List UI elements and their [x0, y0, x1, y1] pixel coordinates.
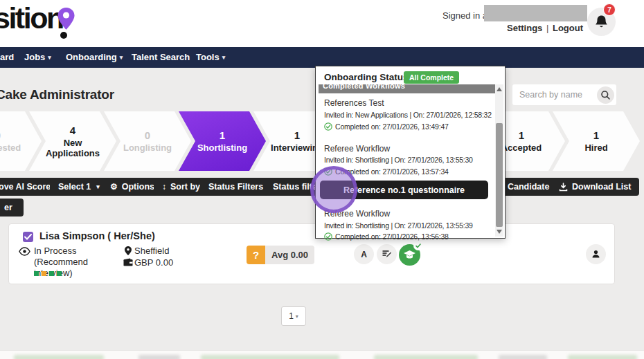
stage-count: 0 — [0, 129, 1, 141]
button-label: Download List — [572, 182, 631, 192]
nav-item-jobs[interactable]: Jobs▾ — [24, 47, 51, 68]
app-logo[interactable]: sition — [0, 0, 90, 44]
check-icon — [415, 243, 421, 248]
initial-badge[interactable]: A — [354, 244, 374, 264]
graduation-cap-icon — [403, 250, 416, 260]
workflow-name: References Test — [324, 98, 384, 108]
eye-icon[interactable] — [19, 247, 30, 256]
caret-down-icon: ▾ — [120, 54, 123, 61]
progress-square — [42, 271, 46, 276]
button-label: Status Filters — [208, 182, 263, 192]
nav-label: Jobs — [24, 52, 45, 62]
completed-label: Completed on: 27/01/2026, 13:57:34 — [335, 167, 449, 176]
sort-icon: ↕ — [162, 183, 166, 191]
popup-scrollbar[interactable] — [495, 84, 503, 237]
download-icon — [559, 183, 568, 192]
pipeline-stage-new-applications[interactable]: 4 New Applications — [29, 111, 116, 171]
completed-check-badge — [413, 241, 423, 250]
workflow-invited: Invited in: New Applications | On: 27/01… — [324, 111, 492, 119]
nav-label: Onboarding — [66, 52, 117, 62]
pipeline-stage-hired[interactable]: 1 Hired — [553, 111, 640, 171]
download-list-button[interactable]: Download List — [551, 178, 639, 196]
average-score: Avg 0.00 — [265, 246, 314, 264]
workflow-completed: Completed on: 27/01/2026, 13:49:47 — [324, 122, 449, 131]
candidate-checkbox[interactable] — [23, 232, 33, 242]
logo-dot — [60, 32, 67, 39]
caret-down-icon: ▾ — [48, 54, 51, 61]
logout-link[interactable]: Logout — [553, 23, 583, 33]
search-icon — [600, 90, 611, 100]
blurred-content — [138, 355, 180, 359]
search-box — [512, 84, 616, 105]
current-page: 1 — [289, 311, 294, 321]
nav-label: Talent Search — [132, 52, 190, 62]
candidate-name[interactable]: Lisa Simpson ( Her/She) — [39, 230, 155, 241]
pipeline-stage-longlisting[interactable]: 0 Longlisting — [104, 111, 191, 171]
workflow-invited: Invited in: Shortlisting | On: 27/01/202… — [324, 221, 473, 230]
candidate-profile-button[interactable] — [586, 244, 606, 264]
stage-count: 4 — [70, 125, 75, 136]
page-title: Cake Administrator — [0, 87, 114, 102]
button-label: Select 1 — [58, 182, 91, 192]
links-divider: | — [545, 23, 550, 33]
check-circle-icon — [324, 122, 332, 131]
workflow-name: Referee Workflow — [324, 209, 390, 219]
settings-link[interactable]: Settings — [507, 23, 542, 33]
candidate-status: In Process (Recommend interview) — [34, 246, 121, 279]
workflow-completed: Completed on: 27/01/2026, 13:57:34 — [324, 167, 449, 176]
candidate-salary: GBP 0.00 — [134, 257, 173, 268]
button-label: ove AI Score — [0, 182, 51, 192]
blurred-content — [14, 355, 104, 359]
completed-label: Completed on: 27/01/2026, 13:56:38 — [335, 232, 449, 241]
edit-notes-button[interactable] — [377, 244, 397, 264]
pipeline-stage-shortlisting[interactable]: 1 Shortlisting — [179, 111, 266, 171]
score-question-badge: ? — [247, 246, 265, 264]
button-label: Candidate — [508, 182, 549, 192]
select-button[interactable]: Select 1 ▾ — [50, 178, 108, 196]
stage-label: Longlisting — [114, 142, 181, 153]
notification-badge: 7 — [603, 3, 616, 16]
stage-count: 0 — [145, 129, 150, 141]
progress-square — [49, 271, 54, 276]
blurred-content — [568, 355, 637, 359]
check-circle-icon — [324, 167, 332, 176]
notifications-button[interactable]: 7 — [587, 8, 616, 36]
scrollbar-thumb[interactable] — [496, 123, 503, 227]
scroll-up-icon[interactable] — [497, 87, 502, 91]
scroll-down-icon[interactable] — [497, 230, 502, 234]
stage-label: Shortlisting — [189, 142, 256, 153]
bell-icon — [595, 15, 608, 29]
person-icon — [591, 249, 601, 259]
caret-down-icon: ▾ — [222, 54, 226, 61]
top-header: sition Signed in as Settings | Logout 7 — [0, 0, 644, 47]
logo-text: sition — [0, 1, 63, 35]
nav-item-talent-search[interactable]: Talent Search — [132, 47, 190, 68]
button-label: er — [4, 203, 12, 212]
nav-label: Tools — [196, 52, 220, 62]
section-header-label: Completed Workflows — [319, 84, 495, 90]
nav-item-dashboard[interactable]: ard — [0, 47, 14, 68]
background-window-sliver — [0, 350, 644, 359]
workflow-completed: Completed on: 27/01/2026, 13:56:38 — [324, 232, 449, 241]
caret-down-icon: ▾ — [96, 183, 100, 190]
page-selector[interactable]: 1 ▾ — [281, 306, 306, 326]
check-icon — [24, 234, 32, 240]
workflow-invited: Invited in: Shortlisting | On: 27/01/202… — [324, 156, 473, 164]
location-pin-icon — [124, 246, 132, 256]
button-label: Options — [122, 182, 154, 192]
reference-questionnaire-button[interactable]: Reference no.1 questionnaire — [320, 181, 488, 199]
search-button[interactable] — [597, 86, 614, 104]
caret-down-icon: ▾ — [296, 313, 298, 320]
blurred-content — [374, 355, 478, 359]
stage-count: 1 — [593, 129, 599, 141]
workflow-name: Referee Workflow — [324, 144, 390, 154]
wallet-icon — [123, 258, 133, 266]
app-window: sition Signed in as Settings | Logout 7 … — [0, 0, 644, 359]
toolbar-wrapped-button[interactable]: er — [0, 199, 24, 217]
nav-item-onboarding[interactable]: Onboarding▾ — [66, 47, 123, 68]
nav-label: ard — [0, 52, 14, 62]
check-circle-icon — [324, 232, 332, 241]
all-complete-badge: All Complete — [404, 71, 459, 84]
candidate-location: Sheffield — [134, 246, 169, 256]
nav-item-tools[interactable]: Tools▾ — [196, 47, 225, 68]
